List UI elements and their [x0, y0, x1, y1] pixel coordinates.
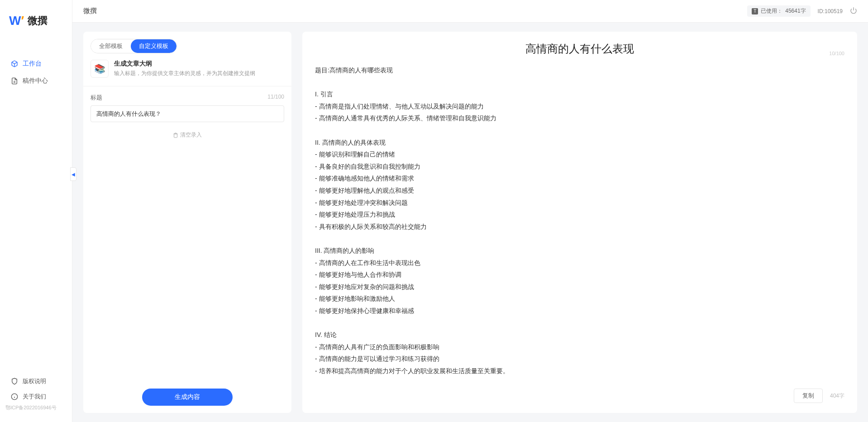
cube-icon — [11, 60, 18, 67]
nav-item-copyright[interactable]: 版权说明 — [0, 374, 72, 389]
template-title: 生成文章大纲 — [114, 60, 255, 68]
trash-icon — [173, 133, 178, 138]
content: 全部模板 自定义模板 📚 生成文章大纲 输入标题，为你提供文章主体的灵感，并为其… — [72, 23, 868, 422]
template-desc: 输入标题，为你提供文章主体的灵感，并为其创建推文提纲 — [114, 70, 255, 77]
power-button[interactable] — [850, 7, 857, 15]
output-footer: 复制 404字 — [315, 382, 844, 403]
output-word-count: 404字 — [830, 392, 844, 400]
nav-bottom: 版权说明 关于我们 鄂ICP备2022016946号 — [0, 374, 72, 422]
template-icon: 📚 — [91, 60, 109, 78]
title-label: 标题 — [91, 94, 102, 102]
usage-label: 已使用： — [761, 7, 782, 15]
left-panel: 全部模板 自定义模板 📚 生成文章大纲 输入标题，为你提供文章主体的灵感，并为其… — [83, 32, 291, 413]
nav-item-label: 稿件中心 — [23, 77, 48, 85]
generate-button[interactable]: 生成内容 — [142, 389, 233, 406]
nav-main: 工作台 稿件中心 — [0, 37, 72, 374]
shield-icon — [11, 378, 18, 385]
document-icon — [11, 77, 18, 85]
usage-value: 45641字 — [785, 7, 806, 15]
t-badge-icon: T — [752, 8, 758, 14]
books-icon: 📚 — [94, 63, 105, 74]
usage-badge: T 已使用： 45641字 — [747, 5, 810, 17]
nav-item-label: 版权说明 — [23, 377, 46, 385]
sidebar: W′ 微撰 工作台 稿件中心 版权说明 关于我们 鄂ICP备2022016946… — [0, 0, 72, 422]
output-title-count: 10/100 — [829, 51, 844, 56]
topbar: 微撰 T 已使用： 45641字 ID:100519 — [72, 0, 868, 23]
output-title: 高情商的人有什么表现 — [525, 43, 634, 55]
title-char-count: 11/100 — [267, 94, 284, 102]
nav-item-drafts[interactable]: 稿件中心 — [0, 72, 72, 90]
icp-text: 鄂ICP备2022016946号 — [0, 404, 72, 416]
copy-button[interactable]: 复制 — [794, 389, 823, 403]
tab-custom-templates[interactable]: 自定义模板 — [131, 39, 176, 53]
nav-item-workbench[interactable]: 工作台 — [0, 55, 72, 72]
form-area: 标题 11/100 清空录入 — [83, 86, 291, 381]
logo-text: 微撰 — [28, 14, 48, 28]
output-body: 题目:高情商的人有哪些表现 I. 引言 - 高情商是指人们处理情绪、与他人互动以… — [315, 64, 844, 382]
sidebar-collapse-button[interactable]: ◀ — [70, 167, 76, 181]
template-tabs: 全部模板 自定义模板 — [83, 32, 291, 53]
template-card: 📚 生成文章大纲 输入标题，为你提供文章主体的灵感，并为其创建推文提纲 — [83, 53, 291, 86]
user-id: ID:100519 — [818, 8, 843, 14]
nav-item-label: 工作台 — [23, 60, 42, 68]
clear-button[interactable]: 清空录入 — [173, 131, 202, 139]
clear-label: 清空录入 — [180, 131, 202, 139]
page-title: 微撰 — [83, 7, 740, 15]
logo-icon: W′ — [9, 14, 24, 28]
nav-item-about[interactable]: 关于我们 — [0, 389, 72, 404]
title-input[interactable] — [91, 105, 284, 122]
chevron-left-icon: ◀ — [72, 172, 75, 177]
tab-all-templates[interactable]: 全部模板 — [91, 39, 131, 53]
main: 微撰 T 已使用： 45641字 ID:100519 全部模板 自定义模板 — [72, 0, 868, 422]
nav-item-label: 关于我们 — [23, 393, 46, 401]
logo: W′ 微撰 — [0, 0, 72, 37]
info-icon — [11, 393, 18, 400]
power-icon — [850, 7, 857, 14]
right-panel: 高情商的人有什么表现 10/100 题目:高情商的人有哪些表现 I. 引言 - … — [302, 32, 857, 413]
